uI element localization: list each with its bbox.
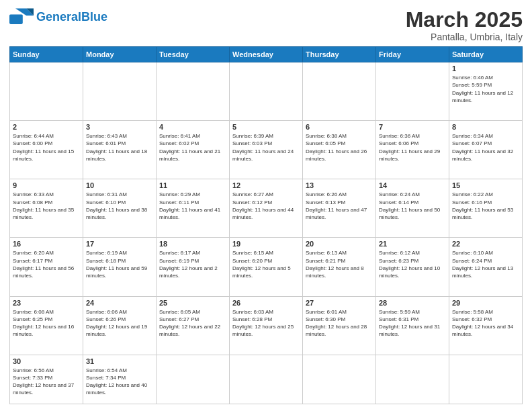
header-monday: Monday (83, 47, 157, 62)
logo-general: General (36, 10, 81, 24)
calendar-row-4: 16 Sunrise: 6:20 AMSunset: 6:17 PMDaylig… (10, 238, 523, 296)
calendar-row-3: 9 Sunrise: 6:33 AMSunset: 6:08 PMDayligh… (10, 179, 523, 238)
empty-cell (157, 62, 230, 121)
header-saturday: Saturday (449, 47, 523, 62)
weekday-header-row: Sunday Monday Tuesday Wednesday Thursday… (10, 47, 523, 62)
day-28: 28 Sunrise: 5:59 AMSunset: 6:31 PMDaylig… (376, 296, 449, 355)
header-friday: Friday (376, 47, 449, 62)
day-16: 16 Sunrise: 6:20 AMSunset: 6:17 PMDaylig… (10, 238, 83, 296)
day-11: 11 Sunrise: 6:29 AMSunset: 6:11 PMDaylig… (157, 179, 230, 238)
sunset-label: Sunset: (452, 82, 472, 88)
header: GeneralBlue March 2025 Pantalla, Umbria,… (9, 8, 523, 42)
day-7: 7 Sunrise: 6:36 AMSunset: 6:06 PMDayligh… (376, 121, 449, 179)
day-14: 14 Sunrise: 6:24 AMSunset: 6:14 PMDaylig… (376, 179, 449, 238)
day-1: 1 Sunrise: 6:46 AM Sunset: 5:59 PM Dayli… (449, 62, 523, 121)
calendar-row-6: 30 Sunrise: 6:56 AMSunset: 7:33 PMDaylig… (10, 355, 523, 404)
title-block: March 2025 Pantalla, Umbria, Italy (406, 8, 523, 42)
empty-cell (376, 355, 449, 404)
header-thursday: Thursday (303, 47, 376, 62)
logo-icon (9, 8, 34, 27)
day-13: 13 Sunrise: 6:26 AMSunset: 6:13 PMDaylig… (303, 179, 376, 238)
logo-blue: Blue (81, 10, 107, 24)
calendar-table: Sunday Monday Tuesday Wednesday Thursday… (9, 46, 523, 404)
daylight-label: Daylight: (452, 90, 474, 96)
svg-rect-0 (9, 15, 23, 24)
empty-cell (376, 62, 449, 121)
empty-cell (10, 62, 83, 121)
day-4: 4 Sunrise: 6:41 AMSunset: 6:02 PMDayligh… (157, 121, 230, 179)
empty-cell (303, 62, 376, 121)
day-27: 27 Sunrise: 6:01 AMSunset: 6:30 PMDaylig… (303, 296, 376, 355)
empty-cell (157, 355, 230, 404)
day-24: 24 Sunrise: 6:06 AMSunset: 6:26 PMDaylig… (83, 296, 157, 355)
day-30: 30 Sunrise: 6:56 AMSunset: 7:33 PMDaylig… (10, 355, 83, 404)
day-23: 23 Sunrise: 6:08 AMSunset: 6:25 PMDaylig… (10, 296, 83, 355)
empty-cell (83, 62, 157, 121)
sunrise-label: Sunrise: (452, 75, 474, 81)
subtitle: Pantalla, Umbria, Italy (406, 32, 523, 42)
page: GeneralBlue March 2025 Pantalla, Umbria,… (0, 0, 532, 411)
logo-text: GeneralBlue (36, 11, 107, 24)
day-10: 10 Sunrise: 6:31 AMSunset: 6:10 PMDaylig… (83, 179, 157, 238)
empty-cell (303, 355, 376, 404)
header-tuesday: Tuesday (157, 47, 230, 62)
empty-cell (230, 355, 303, 404)
day-20: 20 Sunrise: 6:13 AMSunset: 6:21 PMDaylig… (303, 238, 376, 296)
day-15: 15 Sunrise: 6:22 AMSunset: 6:16 PMDaylig… (449, 179, 523, 238)
day-21: 21 Sunrise: 6:12 AMSunset: 6:23 PMDaylig… (376, 238, 449, 296)
main-title: March 2025 (406, 8, 523, 32)
empty-cell (230, 62, 303, 121)
day-29: 29 Sunrise: 5:58 AMSunset: 6:32 PMDaylig… (449, 296, 523, 355)
day-6: 6 Sunrise: 6:38 AMSunset: 6:05 PMDayligh… (303, 121, 376, 179)
header-sunday: Sunday (10, 47, 83, 62)
empty-cell (449, 355, 523, 404)
day-9: 9 Sunrise: 6:33 AMSunset: 6:08 PMDayligh… (10, 179, 83, 238)
day-19: 19 Sunrise: 6:15 AMSunset: 6:20 PMDaylig… (230, 238, 303, 296)
day-22: 22 Sunrise: 6:10 AMSunset: 6:24 PMDaylig… (449, 238, 523, 296)
day-3: 3 Sunrise: 6:43 AMSunset: 6:01 PMDayligh… (83, 121, 157, 179)
day-31: 31 Sunrise: 6:54 AMSunset: 7:34 PMDaylig… (83, 355, 157, 404)
calendar-row-5: 23 Sunrise: 6:08 AMSunset: 6:25 PMDaylig… (10, 296, 523, 355)
day-8: 8 Sunrise: 6:34 AMSunset: 6:07 PMDayligh… (449, 121, 523, 179)
day-25: 25 Sunrise: 6:05 AMSunset: 6:27 PMDaylig… (157, 296, 230, 355)
day-18: 18 Sunrise: 6:17 AMSunset: 6:19 PMDaylig… (157, 238, 230, 296)
day-26: 26 Sunrise: 6:03 AMSunset: 6:28 PMDaylig… (230, 296, 303, 355)
day-5: 5 Sunrise: 6:39 AMSunset: 6:03 PMDayligh… (230, 121, 303, 179)
header-wednesday: Wednesday (230, 47, 303, 62)
day-12: 12 Sunrise: 6:27 AMSunset: 6:12 PMDaylig… (230, 179, 303, 238)
logo: GeneralBlue (9, 8, 107, 27)
calendar-row-1: 1 Sunrise: 6:46 AM Sunset: 5:59 PM Dayli… (10, 62, 523, 121)
day-17: 17 Sunrise: 6:19 AMSunset: 6:18 PMDaylig… (83, 238, 157, 296)
calendar-row-2: 2 Sunrise: 6:44 AMSunset: 6:00 PMDayligh… (10, 121, 523, 179)
day-2: 2 Sunrise: 6:44 AMSunset: 6:00 PMDayligh… (10, 121, 83, 179)
